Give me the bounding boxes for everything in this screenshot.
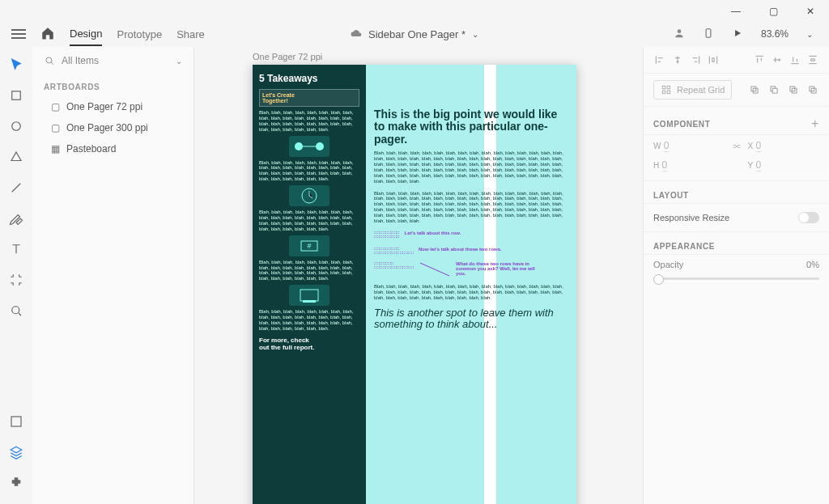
search-chevron-icon[interactable]: ⌄ bbox=[176, 57, 182, 66]
svg-point-6 bbox=[46, 57, 52, 63]
sidebar-footer: For more, check out the full report. bbox=[259, 337, 359, 351]
window-maximize-button[interactable]: ▢ bbox=[755, 0, 792, 23]
svg-rect-25 bbox=[811, 88, 816, 93]
rectangle-tool[interactable] bbox=[6, 86, 26, 105]
plugins-icon[interactable] bbox=[6, 473, 26, 493]
align-bottom-icon[interactable] bbox=[789, 53, 801, 66]
width-value[interactable]: 0 bbox=[664, 140, 670, 152]
pasteboard-item[interactable]: ▦ Pasteboard bbox=[32, 138, 193, 159]
dot-pattern: ∷∷∷∷∷∷∷∷∷∷∷∷∷∷ bbox=[374, 251, 414, 255]
artboard-item[interactable]: ▢ One Pager 72 ppi bbox=[32, 96, 193, 117]
sidebar-para: Blah, blah, blah, blah, blah, blah, blah… bbox=[259, 110, 359, 133]
opacity-label: Opacity bbox=[653, 260, 819, 273]
svg-rect-18 bbox=[751, 87, 756, 91]
polygon-tool[interactable] bbox=[6, 147, 26, 167]
dot-pattern: ∷∷∷∷∷∷∷∷∷ bbox=[374, 235, 400, 239]
artboard[interactable]: 5 Takeaways Let's Create Together! Blah,… bbox=[253, 65, 576, 504]
select-tool[interactable] bbox=[6, 55, 26, 74]
zoom-tool[interactable] bbox=[6, 301, 26, 320]
sidebar-para: Blah, blah, blah, blah, blah, blah, blah… bbox=[259, 260, 359, 282]
illustration-icon bbox=[289, 285, 329, 306]
svg-rect-5 bbox=[11, 417, 21, 426]
mobile-preview-icon[interactable] bbox=[703, 28, 714, 41]
sidebar-para: Blah, blah, blah, blah, blah, blah, blah… bbox=[259, 210, 359, 232]
svg-point-3 bbox=[12, 122, 21, 131]
height-value[interactable]: 0 bbox=[662, 159, 668, 172]
artboard-icon: ▢ bbox=[50, 123, 60, 133]
arrow-icon bbox=[419, 261, 451, 277]
svg-point-0 bbox=[678, 29, 682, 33]
main-para: Blah, blah, blah, blah, blah, blah, blah… bbox=[374, 191, 568, 224]
lock-aspect-icon[interactable]: ⫘ bbox=[730, 140, 743, 151]
align-top-icon[interactable] bbox=[753, 53, 766, 66]
svg-rect-12 bbox=[300, 290, 318, 301]
opacity-slider[interactable] bbox=[653, 277, 819, 280]
zoom-value[interactable]: 83.6% bbox=[761, 28, 789, 40]
dot-pattern: ∷∷∷∷∷∷∷∷∷∷∷∷∷∷ bbox=[374, 265, 414, 269]
window-minimize-button[interactable]: — bbox=[717, 0, 755, 23]
svg-rect-15 bbox=[667, 86, 670, 89]
tab-share[interactable]: Share bbox=[176, 23, 205, 45]
text-tool[interactable] bbox=[6, 239, 26, 259]
assets-icon[interactable] bbox=[6, 412, 26, 431]
window-close-button[interactable]: ✕ bbox=[792, 0, 829, 23]
svg-rect-17 bbox=[667, 91, 670, 94]
artboard-title-label[interactable]: One Pager 72 ppi bbox=[253, 52, 322, 61]
create-box: Let's Create Together! bbox=[259, 89, 359, 107]
align-vcenter-icon[interactable] bbox=[771, 53, 784, 66]
line-tool[interactable] bbox=[6, 178, 26, 197]
svg-rect-13 bbox=[303, 300, 316, 303]
svg-point-8 bbox=[316, 142, 324, 150]
path-add-icon[interactable] bbox=[748, 83, 761, 96]
pen-tool[interactable] bbox=[6, 209, 26, 228]
path-subtract-icon[interactable] bbox=[767, 83, 780, 96]
appearance-heading: APPEARANCE bbox=[653, 242, 715, 251]
sidebar-para: Blah, blah, blah, blah, blah, blah, blah… bbox=[259, 160, 359, 183]
distribute-h-icon[interactable] bbox=[707, 53, 720, 66]
svg-rect-23 bbox=[792, 88, 797, 93]
path-exclude-icon[interactable] bbox=[806, 83, 819, 96]
artboard-tool[interactable] bbox=[6, 270, 26, 290]
y-value[interactable]: 0 bbox=[756, 159, 762, 172]
sidebar-title: 5 Takeaways bbox=[259, 73, 359, 84]
svg-rect-21 bbox=[772, 88, 777, 93]
align-right-icon[interactable] bbox=[689, 53, 702, 66]
svg-text:#: # bbox=[307, 242, 311, 250]
tab-prototype[interactable]: Prototype bbox=[117, 23, 162, 45]
artboards-heading: ARTBOARDS bbox=[32, 74, 193, 96]
menu-icon[interactable] bbox=[11, 29, 26, 39]
distribute-v-icon[interactable] bbox=[806, 53, 819, 66]
design-sidebar: 5 Takeaways Let's Create Together! Blah,… bbox=[253, 65, 366, 504]
closing-text: This is another spot to leave them with … bbox=[374, 307, 568, 332]
repeat-grid-button[interactable]: Repeat Grid bbox=[653, 80, 732, 100]
canvas[interactable]: One Pager 72 ppi 5 Takeaways Let's Creat… bbox=[194, 47, 643, 504]
zoom-chevron-icon[interactable]: ⌄ bbox=[806, 30, 813, 39]
add-component-button[interactable]: + bbox=[811, 116, 819, 131]
chevron-down-icon[interactable]: ⌄ bbox=[472, 30, 478, 39]
layers-icon[interactable] bbox=[6, 443, 26, 462]
svg-rect-14 bbox=[662, 86, 665, 89]
annotation-text: Now let's talk about these two rows. bbox=[419, 247, 502, 252]
user-icon[interactable] bbox=[674, 28, 685, 41]
svg-point-4 bbox=[12, 307, 19, 314]
component-heading: COMPONENT bbox=[653, 120, 710, 129]
home-icon[interactable] bbox=[40, 26, 55, 43]
main-headline: This is the big point we would like to m… bbox=[374, 108, 568, 146]
x-value[interactable]: 0 bbox=[756, 140, 762, 152]
search-label: All Items bbox=[62, 55, 99, 66]
svg-rect-2 bbox=[12, 91, 21, 100]
y-label: Y bbox=[748, 161, 754, 170]
play-icon[interactable] bbox=[732, 28, 743, 41]
artboard-item-label: One Pager 300 ppi bbox=[66, 122, 148, 133]
path-intersect-icon[interactable] bbox=[787, 83, 800, 96]
layers-search[interactable]: All Items ⌄ bbox=[32, 47, 193, 74]
responsive-resize-toggle[interactable] bbox=[798, 212, 819, 223]
align-left-icon[interactable] bbox=[653, 53, 666, 66]
align-hcenter-icon[interactable] bbox=[671, 53, 684, 66]
tab-design[interactable]: Design bbox=[70, 23, 102, 46]
design-main: This is the big point we would like to m… bbox=[366, 65, 576, 504]
artboard-item[interactable]: ▢ One Pager 300 ppi bbox=[32, 117, 193, 138]
pasteboard-icon: ▦ bbox=[50, 144, 60, 154]
svg-rect-22 bbox=[790, 87, 795, 91]
ellipse-tool[interactable] bbox=[6, 116, 26, 136]
